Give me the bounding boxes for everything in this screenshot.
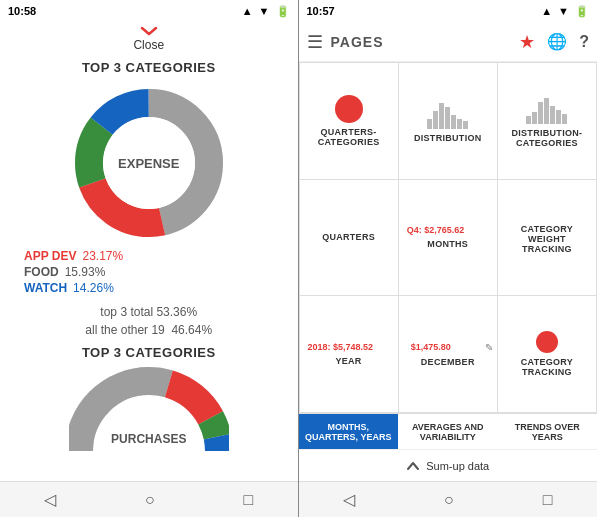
other-label: all the other 19 46.64%: [61, 321, 236, 339]
december-value: $1,475.80: [407, 342, 481, 352]
time-right: 10:57: [307, 5, 335, 17]
cell-label-quarters-categories: QUARTERS-CATEGORIES: [318, 127, 380, 147]
cell-label-distribution-categories: DISTRIBUTION-CATEGORIES: [511, 128, 582, 148]
bottom-tabs: MONTHS, QUARTERS, YEARS AVERAGES AND VAR…: [299, 413, 598, 449]
legend-pct-food: 15.93%: [65, 265, 106, 279]
cell-label-quarters: QUARTERS: [322, 232, 375, 242]
close-label: Close: [133, 38, 164, 52]
red-dot-quarters: [335, 95, 363, 123]
bottom-nav-left: ◁ ○ □: [0, 481, 298, 517]
tab-label-trends-over-years: TRENDS OVER YEARS: [502, 422, 594, 442]
bottom-nav-right: ◁ ○ □: [299, 481, 598, 517]
tab-label-averages-variability: AVERAGES AND VARIABILITY: [402, 422, 494, 442]
purchases-donut-chart: PURCHASES: [69, 366, 229, 456]
expense-donut-chart: EXPENSE: [69, 83, 229, 243]
signal-icon-right: ▲: [541, 5, 552, 17]
grid-cell-quarters-categories[interactable]: QUARTERS-CATEGORIES: [300, 63, 399, 180]
star-icon[interactable]: ★: [519, 31, 535, 53]
section1-title: TOP 3 CATEGORIES: [82, 60, 216, 75]
sum-up-bar[interactable]: Sum-up data: [299, 449, 598, 481]
cell-label-category-weight-tracking: CATEGORY WEIGHTTRACKING: [502, 224, 592, 254]
grid-cell-distribution-categories[interactable]: DISTRIBUTION-CATEGORIES: [498, 63, 597, 180]
cell-label-category-tracking: CATEGORYTRACKING: [521, 357, 573, 377]
legend: APP DEV 23.17% FOOD 15.93% WATCH 14.26%: [0, 243, 298, 303]
legend-item-appdev: APP DEV 23.17%: [24, 249, 274, 263]
signal-icon-left: ▲: [242, 5, 253, 17]
status-bar-right: 10:57 ▲ ▼ 🔋: [299, 0, 598, 22]
grid-cell-december[interactable]: $1,475.80 ✎ DECEMBER: [399, 296, 498, 413]
right-panel: 10:57 ▲ ▼ 🔋 ☰ PAGES ★ 🌐 ? QUARTERS-CATEG…: [299, 0, 598, 517]
tab-trends-over-years[interactable]: TRENDS OVER YEARS: [498, 414, 598, 449]
pages-title: PAGES: [331, 34, 520, 50]
cell-label-december: DECEMBER: [421, 357, 475, 367]
globe-icon[interactable]: 🌐: [547, 32, 567, 51]
battery-icon-left: 🔋: [276, 5, 290, 18]
time-left: 10:58: [8, 5, 36, 17]
tab-label-months-quarters-years: MONTHS, QUARTERS, YEARS: [303, 422, 395, 442]
grid-cell-category-tracking[interactable]: CATEGORYTRACKING: [498, 296, 597, 413]
top3-total: top 3 total 53.36%: [76, 303, 221, 321]
home-icon-right[interactable]: ○: [444, 491, 454, 509]
left-panel: 10:58 ▲ ▼ 🔋 Close TOP 3 CATEGORIES: [0, 0, 298, 517]
months-value: Q4: $2,765.62: [403, 225, 493, 235]
tab-months-quarters-years[interactable]: MONTHS, QUARTERS, YEARS: [299, 414, 399, 449]
legend-name-watch: WATCH: [24, 281, 67, 295]
cell-label-year: YEAR: [335, 356, 361, 366]
status-bar-left: 10:58 ▲ ▼ 🔋: [0, 0, 298, 22]
donut2-label: PURCHASES: [111, 432, 186, 446]
section2-title: TOP 3 CATEGORIES: [82, 345, 216, 360]
legend-pct-watch: 14.26%: [73, 281, 114, 295]
legend-item-watch: WATCH 14.26%: [24, 281, 274, 295]
back-icon-left[interactable]: ◁: [44, 490, 56, 509]
cell-label-distribution: DISTRIBUTION: [414, 133, 482, 143]
legend-item-food: FOOD 15.93%: [24, 265, 274, 279]
red-dot-category-tracking: [536, 331, 558, 353]
wifi-icon-right: ▼: [558, 5, 569, 17]
legend-pct-appdev: 23.17%: [82, 249, 123, 263]
pages-grid: QUARTERS-CATEGORIES DISTRIBUTION: [299, 62, 598, 413]
recents-icon-left[interactable]: □: [243, 491, 253, 509]
recents-icon-right[interactable]: □: [543, 491, 553, 509]
battery-icon-right: 🔋: [575, 5, 589, 18]
year-value: 2018: $5,748.52: [304, 342, 394, 352]
grid-cell-category-weight-tracking[interactable]: CATEGORY WEIGHTTRACKING: [498, 180, 597, 297]
close-button[interactable]: Close: [133, 26, 164, 52]
distribution-bars-preview: [403, 99, 493, 129]
grid-cell-quarters[interactable]: QUARTERS: [300, 180, 399, 297]
tab-averages-variability[interactable]: AVERAGES AND VARIABILITY: [398, 414, 498, 449]
sum-up-label: Sum-up data: [426, 460, 489, 472]
chevron-up-icon: [406, 461, 420, 471]
help-icon[interactable]: ?: [579, 33, 589, 51]
grid-cell-months[interactable]: Q4: $2,765.62 MONTHS: [399, 180, 498, 297]
top-bar: ☰ PAGES ★ 🌐 ?: [299, 22, 598, 62]
grid-cell-year[interactable]: 2018: $5,748.52 YEAR: [300, 296, 399, 413]
donut1-label: EXPENSE: [118, 156, 179, 171]
menu-icon[interactable]: ☰: [307, 31, 323, 53]
home-icon-left[interactable]: ○: [145, 491, 155, 509]
header-icons: ★ 🌐 ?: [519, 31, 589, 53]
distribution-categories-bars-preview: [502, 94, 592, 124]
legend-name-food: FOOD: [24, 265, 59, 279]
wifi-icon-left: ▼: [259, 5, 270, 17]
edit-icon-december[interactable]: ✎: [485, 342, 493, 353]
legend-name-appdev: APP DEV: [24, 249, 76, 263]
chevron-down-icon: [140, 26, 158, 36]
cell-label-months: MONTHS: [427, 239, 468, 249]
back-icon-right[interactable]: ◁: [343, 490, 355, 509]
grid-cell-distribution[interactable]: DISTRIBUTION: [399, 63, 498, 180]
